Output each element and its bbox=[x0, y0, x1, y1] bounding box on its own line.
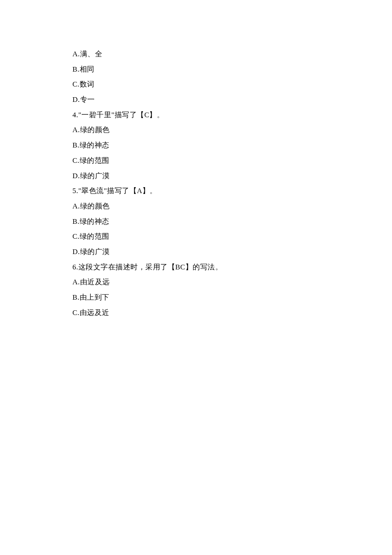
option-line: D.绿的广漠 bbox=[72, 244, 392, 260]
option-line: A.绿的颜色 bbox=[72, 122, 392, 138]
option-line: A.绿的颜色 bbox=[72, 199, 392, 214]
option-line: B.绿的神态 bbox=[72, 214, 392, 229]
option-line: B.绿的神态 bbox=[72, 138, 392, 153]
option-line: D.专一 bbox=[72, 92, 392, 107]
option-line: D.绿的广漠 bbox=[72, 168, 392, 184]
option-line: A.由近及远 bbox=[72, 275, 392, 290]
question-line: 4."一碧千里"描写了【C】。 bbox=[72, 107, 392, 123]
option-line: C.数词 bbox=[72, 77, 392, 92]
option-line: C.绿的范围 bbox=[72, 229, 392, 244]
option-line: C.由远及近 bbox=[72, 305, 392, 321]
option-line: A.满、全 bbox=[72, 46, 392, 62]
question-line: 6.这段文字在描述时，采用了【BC】的写法。 bbox=[72, 260, 392, 275]
question-line: 5."翠色流"描写了【A】。 bbox=[72, 183, 392, 199]
option-line: C.绿的范围 bbox=[72, 153, 392, 168]
option-line: B.由上到下 bbox=[72, 290, 392, 305]
option-line: B.相同 bbox=[72, 62, 392, 77]
